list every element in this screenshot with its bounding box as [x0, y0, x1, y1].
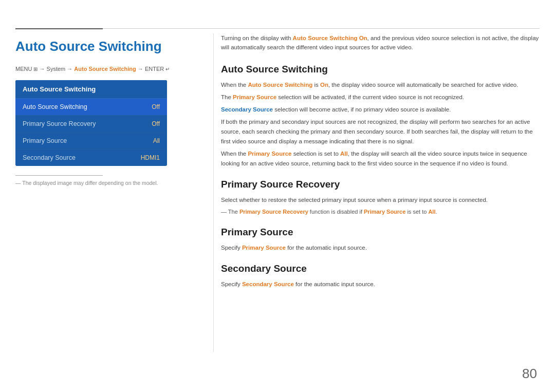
section-para-secondary-1: Specify Secondary Source for the automat… [221, 279, 540, 289]
menu-item-secondary-source[interactable]: Secondary Source HDMI1 [15, 150, 167, 166]
menu-item-label: Secondary Source [23, 154, 76, 161]
section-para-4: If both the primary and secondary input … [221, 117, 540, 146]
menu-item-label: Auto Source Switching [23, 103, 87, 110]
section-primary-source-recovery: Primary Source Recovery Select whether t… [221, 179, 540, 217]
page-title: Auto Source Switching [15, 39, 206, 54]
menu-item-primary-source[interactable]: Primary Source All [15, 133, 167, 150]
intro-bold-1: Auto Source Switching On [293, 35, 367, 41]
breadcrumb: MENU ⊞ → System → Auto Source Switching … [15, 66, 206, 72]
section-title-primary-recovery: Primary Source Recovery [221, 179, 540, 190]
section-para-primary-1: Specify Primary Source for the automatic… [221, 243, 540, 253]
menu-item-primary-source-recovery[interactable]: Primary Source Recovery Off [15, 116, 167, 133]
breadcrumb-part2: → ENTER [136, 66, 165, 72]
menu-item-value: All [153, 137, 160, 144]
menu-panel-header: Auto Source Switching [15, 80, 167, 99]
footnote-divider [15, 175, 103, 176]
menu-item-label: Primary Source Recovery [23, 120, 96, 127]
menu-item-value: Off [152, 103, 160, 110]
section-title-primary-source: Primary Source [221, 227, 540, 238]
footnote-content: The displayed image may differ depending… [22, 180, 158, 186]
footnote-text: ― The displayed image may differ dependi… [15, 180, 206, 186]
section-note-recovery: The Primary Source Recovery function is … [221, 208, 540, 217]
section-title-secondary-source: Secondary Source [221, 263, 540, 274]
breadcrumb-highlight: Auto Source Switching [74, 66, 136, 72]
menu-panel: Auto Source Switching Auto Source Switch… [15, 80, 167, 166]
footnote-dash: ― [15, 180, 22, 186]
section-para-2: The Primary Source selection will be act… [221, 92, 540, 102]
left-column: Auto Source Switching MENU ⊞ → System → … [15, 33, 206, 186]
section-secondary-source: Secondary Source Specify Secondary Sourc… [221, 263, 540, 289]
right-column: Turning on the display with Auto Source … [221, 33, 540, 300]
section-primary-source: Primary Source Specify Primary Source fo… [221, 227, 540, 253]
page-number: 80 [522, 366, 537, 382]
section-para-3: Secondary Source selection will become a… [221, 105, 540, 115]
breadcrumb-prefix: MENU [15, 66, 33, 72]
menu-item-auto-source-switching[interactable]: Auto Source Switching Off [15, 99, 167, 116]
menu-item-value: Off [152, 120, 160, 127]
section-title-auto-source: Auto Source Switching [221, 64, 540, 75]
section-auto-source-switching: Auto Source Switching When the Auto Sour… [221, 64, 540, 169]
top-accent [15, 28, 103, 29]
column-divider [213, 33, 214, 352]
section-para-1: When the Auto Source Switching is On, th… [221, 80, 540, 90]
breadcrumb-part1: → System → [38, 66, 74, 72]
menu-item-label: Primary Source [23, 137, 67, 144]
section-para-5: When the Primary Source selection is set… [221, 149, 540, 169]
breadcrumb-enter-icon: ↵ [165, 66, 170, 72]
intro-paragraph: Turning on the display with Auto Source … [221, 33, 540, 52]
section-para-recovery-1: Select whether to restore the selected p… [221, 195, 540, 205]
menu-item-value: HDMI1 [141, 154, 160, 161]
